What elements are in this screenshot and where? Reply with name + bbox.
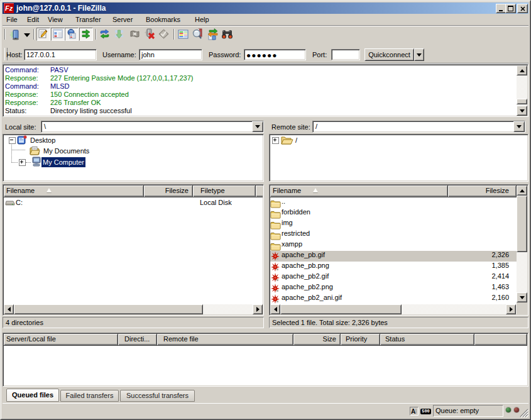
svg-text:Fz: Fz [5,4,13,12]
svg-text:A: A [411,408,415,414]
